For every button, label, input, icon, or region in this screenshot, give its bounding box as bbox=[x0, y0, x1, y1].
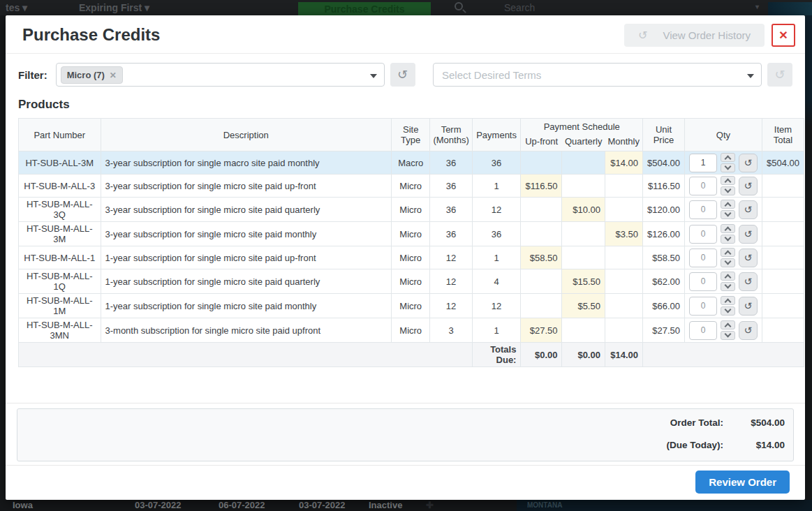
qty-input[interactable] bbox=[689, 249, 717, 267]
qty-input[interactable] bbox=[689, 272, 717, 291]
table-row[interactable]: HT-SUB-M-ALL-3MN3-month subscription for… bbox=[19, 318, 804, 343]
quarterly-cell bbox=[562, 318, 605, 343]
unit-price-cell: $504.00 bbox=[642, 151, 684, 175]
header-term-line1: Term bbox=[433, 124, 468, 135]
qty-stepper bbox=[721, 176, 735, 195]
filter-bar: Filter: Micro (7)✕ ↺ Select Desired Term… bbox=[6, 54, 805, 94]
chevron-down-icon: ▾ bbox=[755, 3, 759, 10]
monthly-cell: $14.00 bbox=[605, 151, 642, 175]
stepper-up-button[interactable] bbox=[721, 200, 735, 209]
description-cell: 3-year subscription for single micro sit… bbox=[101, 198, 391, 222]
selected-filter-tag: Micro (7)✕ bbox=[61, 66, 123, 84]
totals-spacer bbox=[19, 343, 473, 367]
quarterly-cell bbox=[562, 246, 605, 269]
quarterly-cell: $10.00 bbox=[562, 198, 605, 222]
site-type-cell: Micro bbox=[391, 269, 429, 294]
background-table-cell: 06-07-2022 bbox=[219, 500, 265, 510]
payments-cell: 4 bbox=[472, 269, 521, 294]
header-payments: Payments bbox=[472, 119, 521, 151]
stepper-down-button[interactable] bbox=[721, 186, 735, 195]
item-total-cell bbox=[762, 269, 804, 294]
table-row[interactable]: HT-SUB-M-ALL-3Q3-year subscription for s… bbox=[19, 198, 804, 222]
table-row[interactable]: HT-SUB-M-ALL-1Q1-year subscription for s… bbox=[19, 269, 804, 294]
qty-cell: ↺ bbox=[684, 294, 762, 318]
review-order-button[interactable]: Review Order bbox=[695, 471, 790, 494]
chevron-up-icon bbox=[725, 179, 732, 186]
table-row[interactable]: HT-SUB-ALL-3M3-year subscription for sin… bbox=[19, 151, 804, 175]
chevron-up-icon bbox=[725, 323, 732, 330]
payments-cell: 12 bbox=[472, 198, 521, 222]
row-reset-button[interactable]: ↺ bbox=[739, 272, 758, 291]
stepper-up-button[interactable] bbox=[721, 176, 735, 185]
table-row[interactable]: HT-SUB-M-ALL-3M3-year subscription for s… bbox=[19, 222, 804, 246]
term-cell: 36 bbox=[430, 222, 472, 246]
stepper-down-button[interactable] bbox=[721, 282, 735, 291]
row-reset-button[interactable]: ↺ bbox=[739, 200, 758, 219]
reset-terms-button[interactable]: ↺ bbox=[767, 63, 792, 87]
description-cell: 3-year subscription for single micro sit… bbox=[101, 175, 391, 198]
term-cell: 36 bbox=[430, 198, 472, 222]
background-sort-dropdown: Expiring First ▾ bbox=[79, 2, 149, 13]
row-reset-button[interactable]: ↺ bbox=[739, 297, 758, 316]
remove-tag-icon[interactable]: ✕ bbox=[110, 71, 117, 80]
reset-filter-button[interactable]: ↺ bbox=[390, 63, 415, 87]
row-reset-button[interactable]: ↺ bbox=[739, 154, 758, 172]
site-type-filter-select[interactable]: Micro (7)✕ bbox=[56, 63, 385, 87]
row-reset-button[interactable]: ↺ bbox=[739, 249, 758, 267]
qty-input[interactable] bbox=[689, 225, 717, 244]
unit-price-cell: $58.50 bbox=[642, 246, 684, 269]
stepper-up-button[interactable] bbox=[721, 272, 735, 281]
view-order-history-label: View Order History bbox=[663, 29, 751, 41]
stepper-down-button[interactable] bbox=[721, 235, 735, 244]
item-total-cell bbox=[762, 294, 804, 318]
monthly-cell bbox=[605, 269, 642, 294]
term-cell: 12 bbox=[430, 294, 472, 318]
row-reset-button[interactable]: ↺ bbox=[739, 225, 758, 244]
qty-input[interactable] bbox=[689, 154, 717, 172]
unit-price-cell: $126.00 bbox=[642, 222, 684, 246]
row-reset-button[interactable]: ↺ bbox=[739, 177, 758, 195]
item-total-cell bbox=[762, 175, 804, 198]
site-type-cell: Micro bbox=[391, 222, 429, 246]
qty-input[interactable] bbox=[689, 200, 717, 219]
stepper-down-button[interactable] bbox=[721, 258, 735, 267]
table-row[interactable]: HT-SUB-M-ALL-11-year subscription for si… bbox=[19, 246, 804, 269]
qty-cell: ↺ bbox=[684, 318, 762, 343]
header-term-line2: (Months) bbox=[433, 135, 468, 145]
chevron-down-icon bbox=[725, 282, 732, 289]
stepper-down-button[interactable] bbox=[721, 331, 735, 340]
totals-due-label: Totals Due: bbox=[472, 343, 521, 367]
products-heading: Products bbox=[6, 94, 805, 118]
background-table-cell: 03-07-2022 bbox=[135, 500, 182, 510]
stepper-down-button[interactable] bbox=[721, 210, 735, 219]
modal-header: Purchase Credits ↺View Order History ✕ bbox=[6, 15, 805, 54]
upfront-cell: $116.50 bbox=[521, 175, 562, 198]
table-row[interactable]: HT-SUB-M-ALL-33-year subscription for si… bbox=[19, 175, 804, 198]
order-summary-box: Order Total: $504.00 (Due Today): $14.00 bbox=[17, 408, 794, 461]
qty-controls: ↺ bbox=[689, 153, 758, 172]
qty-input[interactable] bbox=[689, 321, 717, 340]
desired-terms-select[interactable]: Select Desired Terms bbox=[433, 63, 762, 87]
chevron-down-icon bbox=[370, 74, 377, 78]
qty-input[interactable] bbox=[689, 297, 717, 316]
qty-input[interactable] bbox=[689, 177, 717, 195]
stepper-up-button[interactable] bbox=[721, 153, 735, 162]
view-order-history-button[interactable]: ↺View Order History bbox=[624, 24, 765, 47]
stepper-up-button[interactable] bbox=[721, 248, 735, 257]
stepper-down-button[interactable] bbox=[721, 306, 735, 316]
background-right-edge bbox=[805, 15, 812, 500]
stepper-up-button[interactable] bbox=[721, 296, 735, 305]
stepper-up-button[interactable] bbox=[721, 320, 735, 329]
row-reset-button[interactable]: ↺ bbox=[739, 321, 758, 340]
stepper-down-button[interactable] bbox=[721, 163, 735, 172]
close-button[interactable]: ✕ bbox=[772, 24, 795, 47]
products-table: Part Number Description Site Type Term (… bbox=[18, 118, 804, 367]
modal-footer: Order Total: $504.00 (Due Today): $14.00… bbox=[6, 403, 805, 500]
stepper-up-button[interactable] bbox=[721, 224, 735, 233]
qty-controls: ↺ bbox=[689, 296, 758, 316]
due-today-label: (Due Today): bbox=[667, 440, 724, 450]
table-row[interactable]: HT-SUB-M-ALL-1M1-year subscription for s… bbox=[19, 294, 804, 318]
header-quarterly: Quarterly bbox=[562, 134, 605, 151]
qty-stepper bbox=[721, 248, 735, 267]
qty-controls: ↺ bbox=[689, 320, 758, 340]
